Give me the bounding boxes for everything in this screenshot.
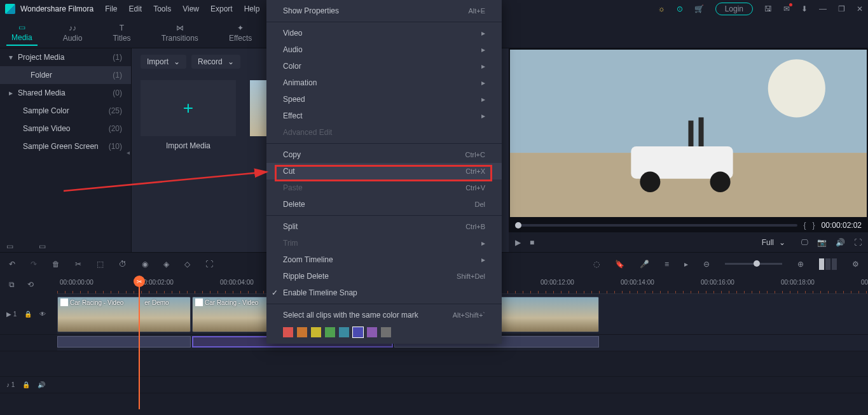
color-chip[interactable]: [311, 327, 321, 337]
tips-icon[interactable]: ☼: [658, 4, 665, 13]
login-button[interactable]: Login: [715, 3, 753, 15]
tab-titles[interactable]: T Titles: [107, 21, 135, 45]
timeline-clip[interactable]: Car Racing - Video er Demo: [57, 297, 191, 332]
ctx-show-properties[interactable]: Show PropertiesAlt+E: [266, 3, 502, 19]
audio-clip[interactable]: [57, 336, 191, 348]
sidebar-item-folder[interactable]: Folder (1): [0, 66, 131, 84]
fit-dropdown[interactable]: Full ⌄: [755, 236, 792, 250]
menu-export[interactable]: Export: [210, 4, 233, 13]
delete-icon[interactable]: 🗑: [52, 260, 60, 269]
menu-edit[interactable]: Edit: [129, 4, 142, 13]
menu-tools[interactable]: Tools: [153, 4, 171, 13]
eye-icon[interactable]: 👁: [39, 311, 46, 318]
curly-right[interactable]: }: [813, 221, 815, 230]
tab-audio[interactable]: ♪♪ Audio: [58, 21, 88, 45]
play-icon[interactable]: ▶: [515, 238, 521, 247]
lock-icon[interactable]: 🔒: [22, 381, 30, 388]
menu-help[interactable]: Help: [244, 4, 260, 13]
tab-transitions[interactable]: ⋈ Transitions: [156, 21, 203, 45]
color-chip[interactable]: [297, 327, 307, 337]
ctx-zoom-timeline[interactable]: Zoom Timeline▸: [266, 251, 502, 268]
ctx-color[interactable]: Color▸: [266, 58, 502, 74]
sidebar-item-sample-video[interactable]: Sample Video (20): [0, 120, 131, 137]
menu-view[interactable]: View: [183, 4, 199, 13]
preview-seek-slider[interactable]: [515, 224, 797, 227]
redo-icon[interactable]: ↷: [31, 260, 37, 269]
ctx-delete[interactable]: DeleteDel: [266, 196, 502, 213]
curly-left[interactable]: {: [804, 221, 806, 230]
color-chip[interactable]: [381, 327, 391, 337]
color-chip[interactable]: [339, 327, 349, 337]
playhead-scissors-icon[interactable]: ✂: [134, 276, 145, 287]
speed-icon[interactable]: ⏱: [119, 260, 127, 269]
ctx-select-same-color[interactable]: Select all clips with the same color mar…: [266, 307, 502, 323]
sidebar-item-sample-color[interactable]: Sample Color (25): [0, 102, 131, 120]
scissors-icon[interactable]: ✂: [75, 260, 81, 269]
transition-icon: ⋈: [176, 24, 184, 32]
sidebar-item-sample-green[interactable]: Sample Green Screen (10): [0, 137, 131, 155]
close-icon[interactable]: ✕: [857, 4, 863, 13]
stop-icon[interactable]: ■: [530, 238, 534, 247]
mail-icon[interactable]: ✉: [783, 4, 790, 13]
mixer-icon[interactable]: ◌: [593, 260, 600, 269]
color-chip[interactable]: [353, 327, 363, 337]
timeline-fit-icon[interactable]: ⧉: [9, 280, 15, 289]
save-icon[interactable]: 🖫: [764, 4, 772, 13]
ctx-effect[interactable]: Effect▸: [266, 108, 502, 124]
audio-mixer-icon[interactable]: ≡: [665, 260, 669, 269]
volume-icon[interactable]: 🔊: [836, 238, 845, 247]
ctx-audio[interactable]: Audio▸: [266, 41, 502, 58]
zoom-out-icon[interactable]: ⊖: [703, 260, 710, 269]
snapshot-icon[interactable]: 📷: [817, 238, 827, 247]
keyframe-icon[interactable]: ◇: [184, 260, 190, 269]
color-chip[interactable]: [325, 327, 335, 337]
ctx-copy[interactable]: CopyCtrl+C: [266, 146, 502, 163]
import-dropdown[interactable]: Import ⌄: [141, 55, 186, 69]
mute-icon[interactable]: 🔊: [38, 381, 45, 388]
render-icon[interactable]: ▸: [684, 260, 688, 269]
zoom-slider[interactable]: [725, 263, 782, 265]
new-folder-icon[interactable]: ▭: [6, 242, 13, 251]
playhead[interactable]: ✂: [139, 276, 140, 409]
panel-collapse-icon[interactable]: ◂: [127, 149, 130, 156]
ctx-ripple-delete[interactable]: Ripple DeleteShift+Del: [266, 268, 502, 285]
mic-icon[interactable]: 🎤: [640, 260, 649, 269]
preview-video[interactable]: [510, 50, 867, 217]
menu-file[interactable]: File: [105, 4, 117, 13]
maximize-icon[interactable]: ❐: [838, 4, 845, 13]
import-media-tile[interactable]: + Import Media: [141, 80, 236, 150]
crop-icon[interactable]: ⬚: [97, 260, 104, 269]
ctx-animation[interactable]: Animation▸: [266, 74, 502, 91]
ctx-video[interactable]: Video▸: [266, 25, 502, 41]
timeline-link-icon[interactable]: ⟲: [27, 280, 34, 289]
lock-icon[interactable]: 🔒: [24, 311, 32, 318]
cart-icon[interactable]: 🛒: [694, 4, 704, 13]
download-icon[interactable]: ⬇: [801, 4, 808, 13]
color-icon[interactable]: ◉: [142, 260, 148, 269]
fullscreen-icon[interactable]: ⛶: [854, 238, 862, 247]
color-chip[interactable]: [283, 327, 293, 337]
greenscreen-icon[interactable]: ◈: [163, 260, 169, 269]
record-dropdown[interactable]: Record ⌄: [191, 55, 240, 69]
track-size-toggle[interactable]: [819, 258, 837, 270]
sidebar-item-project-media[interactable]: ▾ Project Media (1): [0, 48, 131, 66]
settings-icon[interactable]: ⚙: [852, 260, 859, 269]
headset-icon[interactable]: ⊙: [677, 4, 683, 13]
track-toggle-icon[interactable]: ▶ 1: [6, 311, 17, 318]
sidebar-item-shared-media[interactable]: ▸ Shared Media (0): [0, 84, 131, 102]
ctx-enable-snap[interactable]: ✓Enable Timeline Snap: [266, 285, 502, 301]
tab-media[interactable]: ▭ Media: [6, 20, 38, 46]
zoom-in-icon[interactable]: ⊕: [797, 260, 804, 269]
color-chip[interactable]: [367, 327, 377, 337]
marker-icon[interactable]: 🔖: [615, 260, 624, 269]
ctx-speed[interactable]: Speed▸: [266, 91, 502, 108]
display-icon[interactable]: 🖵: [801, 238, 808, 247]
ctx-cut[interactable]: CutCtrl+X: [266, 163, 502, 179]
minimize-icon[interactable]: —: [819, 4, 827, 13]
undo-icon[interactable]: ↶: [9, 260, 15, 269]
folder-open-icon[interactable]: ▭: [39, 242, 46, 251]
tab-effects[interactable]: ✦ Effects: [224, 21, 257, 45]
svg-point-4: [640, 172, 660, 192]
fit-icon[interactable]: ⛶: [205, 260, 213, 269]
ctx-split[interactable]: SplitCtrl+B: [266, 218, 502, 235]
